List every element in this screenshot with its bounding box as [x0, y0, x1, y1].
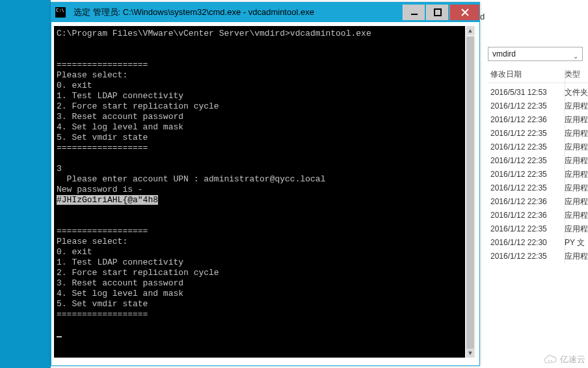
cmd-menu-item: 4. Set log level and mask — [57, 289, 183, 298]
cloud-icon — [543, 354, 557, 365]
table-row[interactable]: 2016/1/12 22:35应用程 — [488, 181, 588, 195]
maximize-button[interactable] — [426, 5, 448, 20]
cmd-menu-header: Please select: — [57, 70, 127, 80]
cmd-menu-item: 0. exit — [57, 247, 92, 257]
svg-point-2 — [548, 360, 550, 361]
breadcrumb-tail: d — [480, 12, 493, 23]
file-date: 2016/1/12 22:36 — [488, 113, 565, 127]
table-row[interactable]: 2016/1/12 22:36应用程 — [488, 195, 588, 209]
table-row[interactable]: 2016/1/12 22:35应用程 — [488, 140, 588, 154]
cmd-menu-item: 2. Force start replication cycle — [57, 101, 219, 111]
cmd-window: 选定 管理员: C:\Windows\system32\cmd.exe - vd… — [51, 2, 480, 366]
table-row[interactable]: 2016/5/31 12:53文件夹 — [488, 86, 588, 99]
file-type: 应用程 — [565, 113, 588, 127]
cmd-menu-item: 5. Set vmdir state — [57, 299, 148, 309]
file-type: 应用程 — [565, 127, 588, 140]
desktop-strip — [0, 0, 51, 368]
table-row[interactable]: 2016/1/12 22:35应用程 — [488, 168, 588, 181]
cmd-title: 选定 管理员: C:\Windows\system32\cmd.exe - vd… — [74, 7, 401, 18]
file-type: 文件夹 — [565, 86, 588, 99]
svg-point-3 — [551, 360, 552, 361]
column-header-date[interactable]: 修改日期 — [488, 69, 565, 83]
file-date: 2016/1/12 22:35 — [488, 168, 565, 181]
svg-rect-0 — [411, 14, 418, 15]
file-date: 2016/1/12 22:36 — [488, 209, 565, 222]
file-type: 应用程 — [565, 99, 588, 113]
cmd-upn-prompt: Please enter account UPN : administrator… — [57, 174, 325, 184]
file-type: 应用程 — [565, 222, 588, 236]
table-row[interactable]: 2016/1/12 22:35应用程 — [488, 154, 588, 168]
cmd-hr: ================== — [57, 309, 148, 319]
file-date: 2016/5/31 12:53 — [488, 86, 565, 99]
file-date: 2016/1/12 22:35 — [488, 154, 565, 168]
file-type: 应用程 — [565, 250, 588, 263]
file-type: PY 文 — [565, 236, 588, 250]
cmd-menu-item: 5. Set vmdir state — [57, 133, 148, 142]
table-row[interactable]: 2016/1/12 22:36应用程 — [488, 209, 588, 222]
scroll-down-icon[interactable]: ▼ — [466, 348, 474, 358]
file-type: 应用程 — [565, 154, 588, 168]
cmd-titlebar[interactable]: 选定 管理员: C:\Windows\system32\cmd.exe - vd… — [51, 3, 479, 22]
table-row[interactable]: 2016/1/12 22:36应用程 — [488, 113, 588, 127]
cmd-input-choice: 3 — [57, 164, 62, 174]
explorer-file-rows: 2016/5/31 12:53文件夹2016/1/12 22:35应用程2016… — [488, 86, 588, 263]
cmd-menu-item: 2. Force start replication cycle — [57, 268, 219, 278]
cmd-console-output[interactable]: C:\Program Files\VMware\vCenter Server\v… — [54, 26, 466, 358]
cmd-client-area: C:\Program Files\VMware\vCenter Server\v… — [51, 22, 479, 365]
column-header-type[interactable]: 类型 — [565, 69, 588, 83]
cmd-newpass-value-selected[interactable]: #JHIzGo1riAHL{@a"4h8 — [57, 195, 158, 205]
cmd-hr: ================== — [57, 226, 148, 236]
file-date: 2016/1/12 22:36 — [488, 195, 565, 209]
cmd-menu-item: 0. exit — [57, 81, 92, 90]
file-type: 应用程 — [565, 168, 588, 181]
file-type: 应用程 — [565, 181, 588, 195]
cmd-scrollbar[interactable]: ▲ ▼ — [465, 26, 475, 358]
cmd-menu-item: 4. Set log level and mask — [57, 122, 183, 132]
table-row[interactable]: 2016/1/12 22:35应用程 — [488, 99, 588, 113]
watermark: 亿速云 — [543, 354, 585, 365]
watermark-text: 亿速云 — [560, 354, 585, 365]
scroll-up-icon[interactable]: ▲ — [466, 26, 474, 35]
cmd-hr: ================== — [57, 60, 148, 70]
close-button[interactable] — [449, 5, 479, 20]
cmd-newpass-label: New password is - — [57, 185, 143, 194]
cmd-menu-header: Please select: — [57, 237, 127, 246]
file-date: 2016/1/12 22:35 — [488, 140, 565, 154]
file-date: 2016/1/12 22:35 — [488, 250, 565, 263]
file-date: 2016/1/12 22:35 — [488, 181, 565, 195]
cmd-menu-item: 1. Test LDAP connectivity — [57, 91, 183, 101]
table-row[interactable]: 2016/1/12 22:35应用程 — [488, 127, 588, 140]
file-type: 应用程 — [565, 195, 588, 209]
page-background: d vmdird ⌄ 修改日期 类型 2016/5/31 12:53文件夹201… — [0, 0, 588, 368]
minimize-button[interactable] — [403, 5, 425, 20]
cmd-icon — [55, 7, 66, 18]
file-type: 应用程 — [565, 209, 588, 222]
table-row[interactable]: 2016/1/12 22:30PY 文 — [488, 236, 588, 250]
table-row[interactable]: 2016/1/12 22:35应用程 — [488, 250, 588, 263]
chevron-down-icon[interactable]: ⌄ — [573, 50, 578, 63]
cmd-hr: ================== — [57, 143, 148, 153]
search-value: vmdird — [492, 49, 516, 59]
file-date: 2016/1/12 22:35 — [488, 222, 565, 236]
window-controls — [401, 3, 479, 22]
cmd-cursor — [57, 336, 62, 337]
explorer-search-field[interactable]: vmdird ⌄ — [488, 47, 583, 61]
svg-rect-1 — [434, 9, 441, 16]
cmd-menu-item: 3. Reset account password — [57, 112, 183, 122]
cmd-menu-item: 3. Reset account password — [57, 278, 183, 288]
explorer-column-headers[interactable]: 修改日期 类型 — [488, 69, 588, 83]
table-row[interactable]: 2016/1/12 22:35应用程 — [488, 222, 588, 236]
file-date: 2016/1/12 22:35 — [488, 127, 565, 140]
scroll-thumb[interactable] — [466, 36, 474, 348]
file-date: 2016/1/12 22:35 — [488, 99, 565, 113]
cmd-line: C:\Program Files\VMware\vCenter Server\v… — [57, 29, 371, 38]
cmd-menu-item: 1. Test LDAP connectivity — [57, 257, 183, 267]
file-type: 应用程 — [565, 140, 588, 154]
file-date: 2016/1/12 22:30 — [488, 236, 565, 250]
